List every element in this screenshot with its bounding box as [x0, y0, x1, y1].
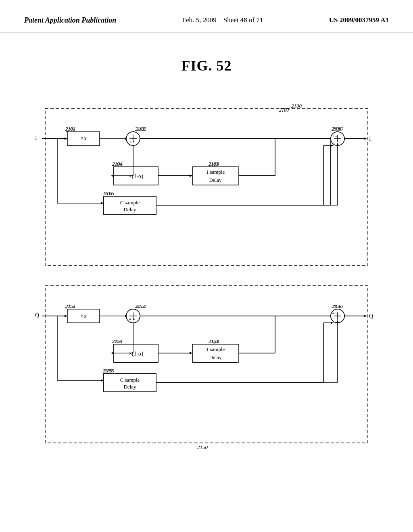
- svg-marker-70: [331, 322, 334, 324]
- ref-2101-label: 2101: [65, 126, 75, 132]
- ref-2153-label: 2153: [209, 339, 218, 344]
- sheet-info: Sheet 48 of 71: [223, 16, 263, 24]
- box-2103-text1: 1 sample: [206, 169, 225, 175]
- svg-marker-121: [190, 352, 192, 354]
- ref-2102-label: 2102: [135, 126, 145, 132]
- ref-2152-label: 2152: [135, 303, 145, 309]
- sum2152-plus-labels: + +: [129, 317, 135, 322]
- ref-2103-label: 2103: [209, 161, 218, 167]
- box-2101-label: ×α: [80, 135, 87, 141]
- box-2153-text1: 1 sample: [206, 346, 225, 352]
- ref-2155-label: 2155: [102, 368, 112, 374]
- box-2103-text2: Delay: [209, 177, 222, 183]
- publication-number: US 2009/0037959 A1: [329, 16, 389, 24]
- sum2156-labels: + -: [332, 311, 337, 316]
- svg-marker-37: [331, 144, 334, 147]
- ref-2100: 2100: [291, 103, 302, 109]
- figure-title: FIG. 52: [0, 57, 413, 74]
- ref-2156-label: 2156: [332, 303, 341, 309]
- publication-title: Patent Application Publication: [24, 16, 116, 25]
- box-2105-text2: Delay: [123, 206, 136, 212]
- box-2155-text1: C sample: [120, 377, 140, 383]
- box-2155-text2: Delay: [123, 384, 136, 390]
- ref-2150: 2150: [197, 444, 208, 450]
- circuit-diagram: 2100 I ×α 2101 + + 2102 I 2106 +: [33, 94, 380, 477]
- diagram-area: 2100 I ×α 2101 + + 2102 I 2106 +: [33, 94, 380, 477]
- svg-marker-119: [111, 352, 114, 354]
- box-2105-text1: C sample: [120, 200, 140, 206]
- publication-date-sheet: Feb. 5, 2009 Sheet 48 of 71: [182, 16, 263, 24]
- box-2151-label: ×α: [80, 313, 87, 319]
- sum2102-plus-labels: + +: [129, 140, 135, 144]
- svg-marker-114: [190, 175, 192, 177]
- box-2153-text2: Delay: [209, 354, 222, 360]
- svg-marker-112: [111, 175, 114, 177]
- sum2106-labels: + -: [332, 134, 337, 138]
- output-Q-label: Q: [369, 313, 373, 319]
- svg-marker-65: [101, 379, 104, 382]
- ref-2105-label: 2105: [102, 191, 112, 196]
- publication-date: Feb. 5, 2009: [182, 16, 217, 24]
- svg-marker-28: [101, 202, 104, 204]
- svg-marker-12: [364, 137, 367, 140]
- input-I-label: I: [35, 135, 37, 141]
- page-header: Patent Application Publication Feb. 5, 2…: [0, 0, 413, 33]
- ref-2154-label: 2154: [112, 339, 122, 344]
- ref-2100-label: 2100: [279, 107, 289, 113]
- output-I-label: I: [369, 136, 371, 142]
- ref-2151-label: 2151: [65, 303, 75, 309]
- box-2154-text: ×(1-α): [129, 351, 144, 357]
- ref-2104-label: 2104: [112, 161, 122, 167]
- input-Q-label: Q: [35, 312, 39, 318]
- box-2104-text: ×(1-α): [129, 173, 144, 180]
- svg-marker-50: [364, 315, 367, 317]
- ref-2106-label: 2106: [332, 126, 341, 132]
